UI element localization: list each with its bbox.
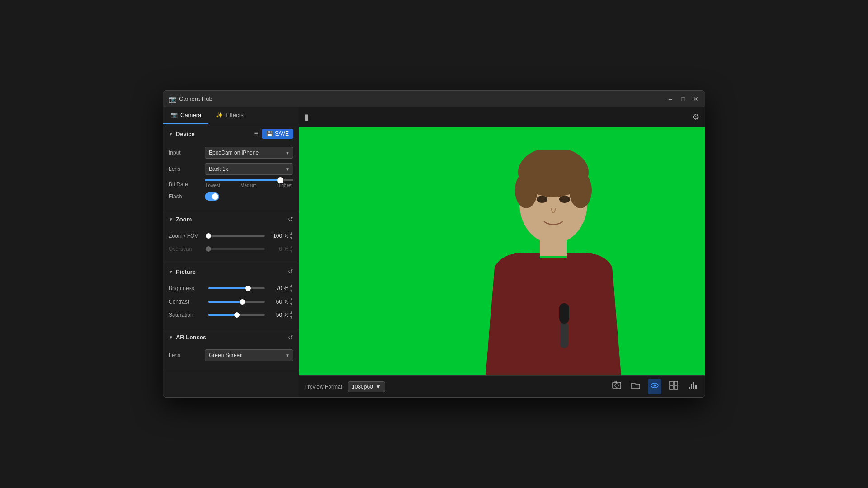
save-label: SAVE <box>275 131 289 137</box>
contrast-thumb[interactable] <box>240 299 245 305</box>
sort-icon[interactable]: ≡ <box>254 130 258 138</box>
close-button[interactable]: ✕ <box>692 95 699 103</box>
settings-button[interactable]: ⚙ <box>692 112 699 122</box>
svg-rect-14 <box>670 381 673 385</box>
zoom-fov-thumb[interactable] <box>206 233 211 239</box>
svg-point-6 <box>569 172 592 208</box>
device-section-header[interactable]: ▼ Device ≡ 💾 SAVE <box>163 124 299 143</box>
minimize-button[interactable]: – <box>667 95 674 103</box>
ar-lenses-section-header[interactable]: ▼ AR Lenses ↺ <box>163 329 299 346</box>
overscan-row: Overscan 0 % ▲ ▼ <box>169 244 293 254</box>
zoom-fov-spinner: ▲ ▼ <box>289 231 293 241</box>
tab-camera[interactable]: 📷 Camera <box>163 107 208 124</box>
brightness-thumb[interactable] <box>245 286 251 291</box>
brightness-spinner: ▲ ▼ <box>289 283 293 293</box>
ar-lens-select[interactable]: Green Screen <box>205 349 293 361</box>
levels-button[interactable] <box>686 379 699 394</box>
contrast-label: Contrast <box>169 299 205 305</box>
camera-tab-icon: 📷 <box>170 112 178 118</box>
zoom-fov-slider[interactable] <box>208 235 265 237</box>
ar-lenses-section-body: Lens Green Screen ▼ <box>163 346 299 371</box>
screenshot-button[interactable] <box>610 379 623 394</box>
brightness-up-button[interactable]: ▲ <box>289 283 293 288</box>
svg-rect-16 <box>670 386 673 389</box>
svg-point-10 <box>615 384 618 387</box>
overscan-label: Overscan <box>169 246 205 252</box>
main-content: 📷 Camera ✨ Effects ▼ Device ≡ 💾 <box>163 107 705 397</box>
contrast-fill <box>208 301 242 303</box>
brightness-label: Brightness <box>169 285 205 291</box>
right-panel: ▮ ⚙ <box>299 107 705 397</box>
bit-rate-thumb[interactable] <box>277 177 283 183</box>
zoom-section-actions: ↺ <box>288 216 293 223</box>
effects-tab-label: Effects <box>226 112 244 118</box>
flash-toggle[interactable] <box>205 192 219 201</box>
picture-section-body: Brightness 70 % ▲ ▼ Contrast <box>163 280 299 329</box>
flash-row: Flash <box>169 192 293 201</box>
save-icon: 💾 <box>266 131 273 137</box>
svg-rect-21 <box>695 385 697 389</box>
person-overlay <box>467 150 639 375</box>
device-section: ▼ Device ≡ 💾 SAVE Input <box>163 124 299 211</box>
format-select[interactable]: 1080p60 ▼ <box>348 381 385 392</box>
input-select[interactable]: EpocCam on iPhone <box>205 147 293 159</box>
save-button[interactable]: 💾 SAVE <box>262 129 293 139</box>
brightness-down-button[interactable]: ▼ <box>289 288 293 293</box>
overscan-value: 0 % <box>269 246 288 252</box>
saturation-up-button[interactable]: ▲ <box>289 310 293 315</box>
ar-lenses-refresh-icon[interactable]: ↺ <box>288 334 293 341</box>
saturation-spinner: ▲ ▼ <box>289 310 293 320</box>
maximize-button[interactable]: □ <box>679 95 687 103</box>
zoom-refresh-icon[interactable]: ↺ <box>288 216 293 223</box>
ar-lenses-section-title: AR Lenses <box>176 334 288 341</box>
bit-rate-fill <box>205 179 280 181</box>
sidebar-toggle-button[interactable]: ▮ <box>304 112 309 122</box>
format-select-arrow-icon: ▼ <box>376 384 381 390</box>
ar-lens-label: Lens <box>169 352 205 358</box>
picture-section-header[interactable]: ▼ Picture ↺ <box>163 263 299 280</box>
zoom-fov-up-button[interactable]: ▲ <box>289 231 293 236</box>
ar-lenses-chevron-icon: ▼ <box>169 335 173 340</box>
brightness-fill <box>208 287 248 289</box>
contrast-down-button[interactable]: ▼ <box>289 302 293 307</box>
overscan-thumb <box>206 246 211 252</box>
saturation-slider[interactable] <box>208 314 265 316</box>
zoom-fov-label: Zoom / FOV <box>169 233 205 239</box>
picture-section-title: Picture <box>176 268 288 275</box>
saturation-label: Saturation <box>169 312 205 318</box>
contrast-up-button[interactable]: ▲ <box>289 297 293 302</box>
saturation-down-button[interactable]: ▼ <box>289 315 293 320</box>
saturation-thumb[interactable] <box>234 312 240 318</box>
lens-select[interactable]: Back 1x <box>205 163 293 175</box>
zoom-section: ▼ Zoom ↺ Zoom / FOV 100 % <box>163 211 299 263</box>
tab-effects[interactable]: ✨ Effects <box>208 107 251 124</box>
overscan-spinner: ▲ ▼ <box>289 244 293 254</box>
preview-format-label: Preview Format <box>304 384 342 390</box>
input-label: Input <box>169 150 205 156</box>
ar-lens-select-wrapper: Green Screen ▼ <box>205 349 293 361</box>
bit-rate-track <box>205 179 293 181</box>
app-window: 📷 Camera Hub – □ ✕ 📷 Camera ✨ Effects <box>163 90 705 398</box>
device-section-actions: ≡ 💾 SAVE <box>254 129 293 139</box>
brightness-slider[interactable] <box>208 287 265 289</box>
eye-view-button[interactable] <box>648 379 661 394</box>
contrast-slider[interactable] <box>208 301 265 303</box>
app-title: Camera Hub <box>179 95 667 102</box>
zoom-section-header[interactable]: ▼ Zoom ↺ <box>163 211 299 227</box>
grid-view-button[interactable] <box>667 379 680 394</box>
picture-refresh-icon[interactable]: ↺ <box>288 268 293 275</box>
effects-tab-icon: ✨ <box>216 112 223 118</box>
svg-point-13 <box>654 385 656 387</box>
svg-rect-15 <box>674 381 678 385</box>
folder-button[interactable] <box>629 379 642 394</box>
zoom-chevron-icon: ▼ <box>169 217 173 222</box>
ar-lenses-section: ▼ AR Lenses ↺ Lens Green Screen ▼ <box>163 329 299 371</box>
saturation-fill <box>208 314 237 316</box>
device-section-body: Input EpocCam on iPhone ▼ Lens <box>163 143 299 211</box>
picture-section-actions: ↺ <box>288 268 293 275</box>
picture-section: ▼ Picture ↺ Brightness 70 % <box>163 263 299 329</box>
ar-lens-row: Lens Green Screen ▼ <box>169 349 293 361</box>
zoom-fov-down-button[interactable]: ▼ <box>289 236 293 241</box>
bottom-actions <box>610 379 699 394</box>
preview-toolbar-top: ▮ ⚙ <box>299 107 705 127</box>
